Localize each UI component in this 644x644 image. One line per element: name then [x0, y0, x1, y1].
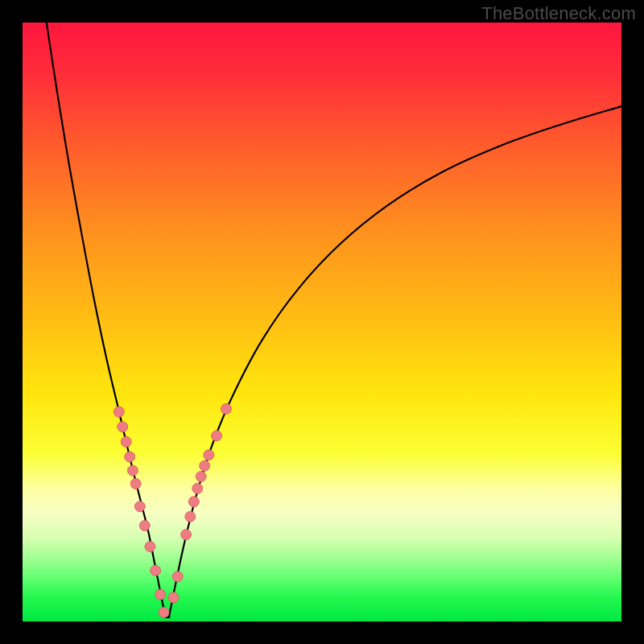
data-point	[155, 589, 166, 600]
curve-group	[47, 23, 621, 617]
data-point	[125, 452, 135, 462]
data-point	[121, 436, 131, 447]
data-point	[204, 450, 214, 460]
data-point	[200, 460, 210, 471]
data-point	[172, 572, 183, 582]
data-point	[188, 497, 199, 507]
chart-frame: TheBottleneck.com	[0, 0, 644, 644]
data-point	[185, 511, 196, 522]
data-point	[139, 520, 150, 530]
bottleneck-curve	[47, 23, 621, 617]
data-point	[127, 465, 138, 476]
data-point	[118, 422, 128, 432]
data-point	[212, 431, 222, 441]
data-point	[221, 403, 231, 414]
data-point	[134, 502, 145, 512]
data-point	[159, 607, 169, 617]
data-point	[181, 530, 192, 540]
data-point	[114, 407, 124, 417]
data-point	[151, 565, 161, 576]
watermark-text: TheBottleneck.com	[481, 3, 636, 24]
data-point	[192, 483, 203, 493]
chart-svg	[23, 23, 621, 621]
data-point	[196, 471, 206, 481]
data-point	[168, 592, 179, 603]
data-markers	[114, 403, 231, 617]
data-point	[145, 542, 155, 552]
data-point	[130, 478, 141, 489]
